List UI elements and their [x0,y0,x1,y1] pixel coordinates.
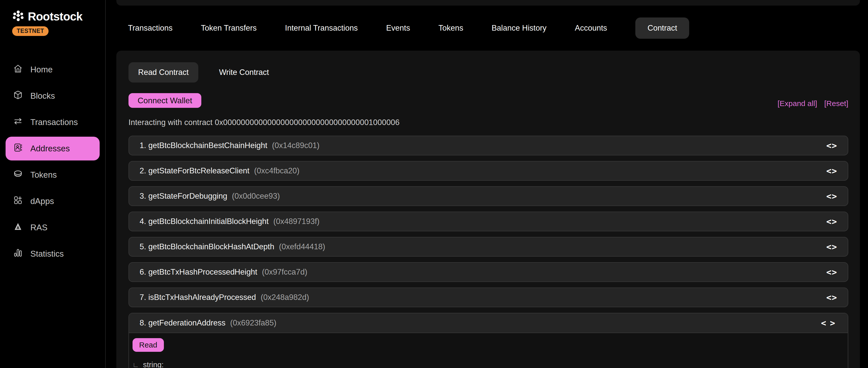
testnet-badge: TESTNET [12,26,49,36]
tab-token-transfers[interactable]: Token Transfers [201,18,257,39]
home-icon [13,63,23,76]
function-body: Read ∟ string: [129,333,848,368]
sidebar-item-label: Tokens [30,170,57,180]
function-name: 1. getBtcBlockchainBestChainHeight [140,141,270,150]
function-list: 1. getBtcBlockchainBestChainHeight (0x14… [128,136,848,368]
tab-accounts[interactable]: Accounts [575,18,607,39]
function-row[interactable]: 7. isBtcTxHashAlreadyProcessed (0x248a98… [128,287,848,307]
previous-panel-edge [116,0,860,6]
interacting-with-contract-text: Interacting with contract 0x000000000000… [128,118,848,127]
sidebar-item-transactions[interactable]: Transactions [6,110,100,134]
result-branch-glyph: ∟ [132,361,139,368]
tab-tokens[interactable]: Tokens [438,18,463,39]
function-name: 7. isBtcTxHashAlreadyProcessed [140,293,258,302]
code-icon[interactable]: <> [826,292,837,303]
tab-events[interactable]: Events [386,18,410,39]
function-selector: (0x14c89c01) [272,141,320,150]
sidebar-item-label: Transactions [30,117,78,127]
sidebar-nav: Home Blocks Transactions Addresses Token… [0,58,105,266]
sidebar-item-home[interactable]: Home [6,58,100,82]
function-name: 4. getBtcBlockchainInitialBlockHeight [140,217,271,226]
function-name: 5. getBtcBlockchainBlockHashAtDepth [140,242,276,251]
sidebar-item-statistics[interactable]: Statistics [6,242,100,266]
tab-balance-history[interactable]: Balance History [492,18,547,39]
function-row[interactable]: 3. getStateForDebugging (0x0d0cee93) <> [128,186,848,206]
connect-wallet-button[interactable]: Connect Wallet [128,93,201,108]
function-row[interactable]: 4. getBtcBlockchainInitialBlockHeight (0… [128,211,848,231]
statistics-icon [13,248,23,260]
address-tabbar: Transactions Token Transfers Internal Tr… [116,6,860,51]
function-name: 6. getBtcTxHashProcessedHeight [140,267,259,276]
code-icon[interactable]: <> [826,242,837,252]
panel-links: [Expand all] [Reset] [777,99,848,108]
function-row-expanded: 8. getFederationAddress (0x6923fa85) <> … [128,313,848,368]
content-area: Transactions Token Transfers Internal Tr… [106,0,868,368]
tab-read-contract[interactable]: Read Contract [128,62,198,83]
app-root: Rootstock TESTNET Home Blocks Transactio… [0,0,868,368]
sidebar-item-dapps[interactable]: dApps [6,189,100,213]
function-row[interactable]: 5. getBtcBlockchainBlockHashAtDepth (0xe… [128,237,848,257]
tab-internal-transactions[interactable]: Internal Transactions [285,18,358,39]
code-icon[interactable]: <> [826,166,837,176]
read-button[interactable]: Read [132,338,164,352]
contract-panel: Read Contract Write Contract Connect Wal… [116,51,860,368]
function-name: 8. getFederationAddress [140,318,228,327]
sidebar-item-label: Statistics [30,249,64,259]
function-name: 3. getStateForDebugging [140,192,229,200]
sidebar-item-ras[interactable]: RAS [6,216,100,239]
sidebar-item-label: Home [30,65,53,75]
result-line: ∟ string: [132,360,842,368]
wallet-row: Connect Wallet [Expand all] [Reset] [128,93,848,108]
sidebar-item-label: Addresses [30,144,70,153]
sidebar: Rootstock TESTNET Home Blocks Transactio… [0,0,106,368]
ras-icon [13,221,23,234]
code-icon[interactable]: <> [826,191,837,201]
function-name: 2. getStateForBtcReleaseClient [140,166,252,175]
sidebar-item-label: dApps [30,196,54,206]
blocks-icon [13,90,23,102]
expand-all-link[interactable]: [Expand all] [777,99,817,108]
code-icon[interactable]: <> [826,140,837,150]
brand[interactable]: Rootstock TESTNET [0,10,105,36]
function-row[interactable]: 2. getStateForBtcReleaseClient (0xc4fbca… [128,161,848,181]
reset-link[interactable]: [Reset] [824,99,848,108]
sidebar-item-addresses[interactable]: Addresses [6,137,100,161]
function-selector: (0x4897193f) [273,217,320,226]
sidebar-item-label: Blocks [30,91,55,101]
function-row[interactable]: 8. getFederationAddress (0x6923fa85) <> [129,313,848,333]
tab-transactions[interactable]: Transactions [128,18,173,39]
function-selector: (0x97fcca7d) [262,267,307,276]
code-icon[interactable]: <> [826,217,837,227]
function-selector: (0x0d0cee93) [232,192,280,200]
tokens-icon [13,169,23,181]
sidebar-item-tokens[interactable]: Tokens [6,163,100,187]
result-type-label: string: [143,360,164,368]
code-icon[interactable]: <> [819,318,837,328]
brand-name: Rootstock [28,10,83,23]
contract-subtabs: Read Contract Write Contract [128,62,848,83]
function-selector: (0xefd44418) [279,242,325,251]
tab-write-contract[interactable]: Write Contract [209,62,279,83]
rootstock-logo-icon [12,10,24,23]
function-selector: (0x248a982d) [261,293,309,302]
function-row[interactable]: 6. getBtcTxHashProcessedHeight (0x97fcca… [128,262,848,282]
tab-contract[interactable]: Contract [635,18,689,39]
transactions-icon [13,116,23,129]
function-selector: (0xc4fbca20) [254,166,300,175]
sidebar-item-label: RAS [30,223,48,232]
function-selector: (0x6923fa85) [230,318,276,327]
function-row[interactable]: 1. getBtcBlockchainBestChainHeight (0x14… [128,136,848,155]
dapps-icon [13,195,23,207]
code-icon[interactable]: <> [826,267,837,277]
sidebar-item-blocks[interactable]: Blocks [6,84,100,108]
addresses-icon [13,142,23,155]
